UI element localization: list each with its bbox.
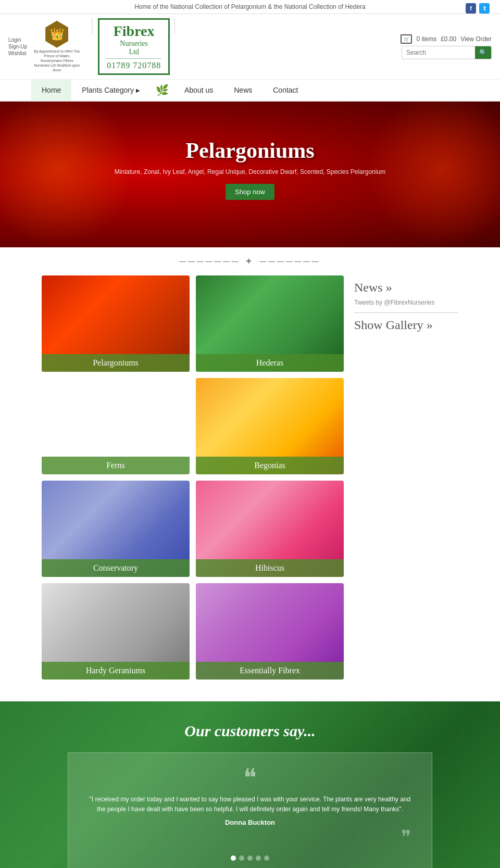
facebook-icon[interactable]: f xyxy=(466,3,476,14)
cart-price: £0.00 xyxy=(441,35,456,43)
wishlist-link[interactable]: Wishlist xyxy=(8,51,27,56)
hero-section: Pelargoniums Miniature, Zonal, Ivy Leaf,… xyxy=(0,102,500,247)
category-hederas[interactable]: Hederas xyxy=(196,275,344,372)
leaf-icon: 🌿 xyxy=(151,84,174,96)
logo-area: 👑 By Appointment to HRH The Prince of Wa… xyxy=(33,18,178,75)
hero-content: Pelargoniums Miniature, Zonal, Ivy Leaf,… xyxy=(0,102,500,200)
hardy-geraniums-label: Hardy Geraniums xyxy=(42,662,190,680)
logo-box[interactable]: Fibrex Nurseries Ltd 01789 720788 xyxy=(98,18,170,75)
news-link[interactable]: News » xyxy=(354,281,392,294)
header-phone: 01789 720788 xyxy=(107,58,161,70)
testimonial-box: ❝ "I received my order today and I wante… xyxy=(68,752,432,868)
dot-2[interactable] xyxy=(239,856,244,861)
dot-3[interactable] xyxy=(247,856,253,861)
dot-1[interactable] xyxy=(231,856,236,861)
conservatory-label: Conservatory xyxy=(42,559,190,577)
social-links: f 𝕥 xyxy=(466,3,490,14)
dropdown-arrow-icon: ▶ xyxy=(136,87,140,93)
search-bar: 🔍 xyxy=(402,46,492,59)
category-pelargoniums[interactable]: Pelargoniums xyxy=(42,275,190,372)
category-hibiscus[interactable]: Hibiscus xyxy=(196,481,344,577)
sidebar: News » Tweets by @FibrexNurseries Show G… xyxy=(354,275,458,686)
quote-open-icon: ❝ xyxy=(89,765,411,790)
twitter-icon[interactable]: 𝕥 xyxy=(479,3,490,14)
header: Login Sign-Up Wishlist 👑 By Appointment … xyxy=(0,14,500,80)
login-link[interactable]: Login xyxy=(8,37,27,43)
testimonial-text: "I received my order today and I wanted … xyxy=(89,795,411,814)
grid-row-3: Conservatory Hibiscus xyxy=(42,481,344,577)
view-order-link[interactable]: View Order xyxy=(460,35,492,43)
dot-5[interactable] xyxy=(264,856,269,861)
cart-items: 0 items xyxy=(416,35,436,43)
sidebar-divider xyxy=(354,312,458,313)
logo-fibrex: Fibrex xyxy=(107,23,161,40)
ferns-label: Ferns xyxy=(42,457,190,474)
main-content: Pelargoniums Hederas Ferns Bego xyxy=(0,275,500,701)
nav-home[interactable]: Home xyxy=(31,80,71,100)
royal-warrant: By Appointment to HRH The Prince of Wale… xyxy=(33,49,80,72)
category-conservatory[interactable]: Conservatory xyxy=(42,481,190,577)
category-begonias[interactable]: Begonias xyxy=(196,378,344,474)
news-heading: News » xyxy=(354,281,458,295)
category-essentially-fibrex[interactable]: Essentially Fibrex xyxy=(196,583,344,680)
grid-row-4: Hardy Geraniums Essentially Fibrex xyxy=(42,583,344,680)
essentially-fibrex-label: Essentially Fibrex xyxy=(196,662,344,680)
categories-grid: Pelargoniums Hederas Ferns Bego xyxy=(42,275,344,686)
navigation: Home Plants Category ▶ 🌿 About us News C… xyxy=(0,80,500,102)
hero-title: Pelargoniums xyxy=(0,138,500,163)
customers-section: Our customers say... ❝ "I received my or… xyxy=(0,701,500,868)
cart-area: 🛒 0 items £0.00 View Order xyxy=(401,34,492,44)
dot-4[interactable] xyxy=(256,856,261,861)
category-ferns[interactable]: Ferns xyxy=(42,378,190,474)
nav-news[interactable]: News xyxy=(223,80,262,100)
grid-row-1: Pelargoniums Hederas xyxy=(42,275,344,372)
gallery-link[interactable]: Show Gallery » xyxy=(354,318,433,332)
cart-icon[interactable]: 🛒 xyxy=(401,34,412,44)
nav-contact[interactable]: Contact xyxy=(262,80,308,100)
pelargoniums-label: Pelargoniums xyxy=(42,354,190,372)
header-right: 🛒 0 items £0.00 View Order 🔍 xyxy=(401,34,492,59)
crest-icon: 👑 xyxy=(45,21,68,48)
testimonial-dots xyxy=(89,856,411,861)
nav-plants-category[interactable]: Plants Category ▶ xyxy=(71,80,151,100)
search-input[interactable] xyxy=(402,47,475,58)
tweets-link[interactable]: Tweets by @FibrexNurseries xyxy=(354,299,458,306)
hero-subtitle: Miniature, Zonal, Ivy Leaf, Angel, Regal… xyxy=(0,168,500,175)
shop-now-button[interactable]: Shop now xyxy=(226,184,274,200)
logo-nurseries: Nurseries xyxy=(107,40,161,48)
testimonial-author: Donna Buckton xyxy=(89,819,411,826)
signup-link[interactable]: Sign-Up xyxy=(8,44,27,49)
begonias-label: Begonias xyxy=(196,457,344,474)
hibiscus-label: Hibiscus xyxy=(196,559,344,577)
section-divider: ─────── ✦ ─────── xyxy=(0,247,500,275)
search-button[interactable]: 🔍 xyxy=(475,46,491,59)
top-bar: Home of the National Collection of Pelar… xyxy=(0,0,500,14)
tagline: Home of the National Collection of Pelar… xyxy=(134,3,366,10)
grid-row-2: Ferns Begonias xyxy=(42,378,344,474)
header-account: Login Sign-Up Wishlist xyxy=(8,37,27,56)
logo-ltd: Ltd xyxy=(107,48,161,56)
quote-close-icon: ❞ xyxy=(89,826,411,848)
category-hardy-geraniums[interactable]: Hardy Geraniums xyxy=(42,583,190,680)
nav-about[interactable]: About us xyxy=(174,80,223,100)
hederas-label: Hederas xyxy=(196,354,344,372)
gallery-heading: Show Gallery » xyxy=(354,318,458,332)
